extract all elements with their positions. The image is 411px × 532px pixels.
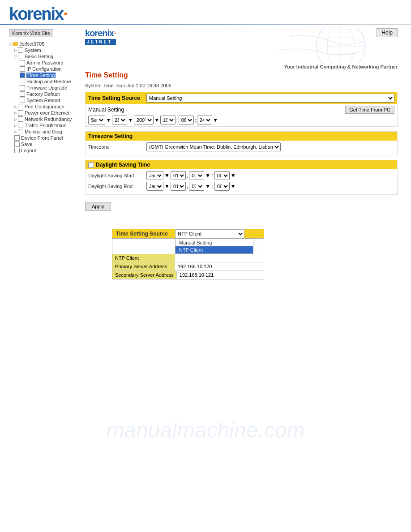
minute-select[interactable]: 06 xyxy=(179,116,194,124)
sidebar-label-time-setting: Time Setting xyxy=(26,73,56,78)
manual-setting-row: Manual Setting Get Time From PC xyxy=(88,106,394,114)
dst-start-hour[interactable]: 00 xyxy=(189,171,204,180)
sidebar-item-time-setting[interactable]: Time Setting xyxy=(20,72,81,78)
expand-icon: ▷ xyxy=(14,48,17,52)
sidebar-item-save[interactable]: Save xyxy=(14,141,81,147)
daylight-checkbox-label[interactable]: Daylight Saving Time xyxy=(88,162,394,168)
sidebar-label-reboot: System Reboot xyxy=(26,98,60,103)
sidebar-item-reboot[interactable]: System Reboot xyxy=(20,97,81,103)
hour-select[interactable]: 16 xyxy=(160,116,176,124)
expand-icon: ▷ xyxy=(14,124,17,128)
ntp-header-row: Time Setting Source NTP Client Manual Se… xyxy=(112,229,264,239)
second-select[interactable]: 24 xyxy=(197,116,212,124)
page-icon xyxy=(14,148,20,153)
ntp-client-value xyxy=(175,254,264,262)
daylight-end-datetime: Jan ▼ 01 , 00 ▼ : 00 ▼ xyxy=(146,182,236,191)
page-icon xyxy=(18,104,23,109)
sidebar-label-basic-setting: Basic Setting xyxy=(25,54,53,59)
colon: , xyxy=(187,183,188,189)
system-time-label: System Time: xyxy=(85,83,115,88)
sidebar-root-label: JetNet3705 xyxy=(19,41,44,47)
dst-start-minute[interactable]: 00 xyxy=(214,171,230,180)
colon: ▼ xyxy=(231,183,236,189)
sidebar-item-ip-configuration[interactable]: IP Configuration xyxy=(20,66,81,72)
dst-start-month[interactable]: Jan xyxy=(146,171,163,180)
page-icon xyxy=(18,54,23,59)
daylight-body: Daylight Saving Start Jan ▼ 01 , 00 ▼ : … xyxy=(86,169,397,194)
page-icon xyxy=(18,116,23,122)
page-icon xyxy=(18,47,23,53)
day-select[interactable]: 28 xyxy=(112,116,127,124)
top-logo-section: korenix· xyxy=(0,0,411,24)
get-time-button[interactable]: Get Time From PC xyxy=(345,106,394,114)
colon6: ▼ xyxy=(213,117,218,123)
time-source-section: Time Setting Source Manual Setting Manua… xyxy=(85,92,398,127)
ntp-area: Time Setting Source NTP Client Manual Se… xyxy=(85,229,398,279)
partner-text: Your Industrial Computing & Networking P… xyxy=(85,64,398,69)
ntp-primary-row: Primary Server Address 192.168.10.120 xyxy=(112,262,264,271)
dst-end-minute[interactable]: 00 xyxy=(214,182,230,191)
sidebar-label-backup: Backup and Restore xyxy=(26,79,71,84)
daylight-end-label: Daylight Saving End xyxy=(88,184,146,189)
expand-icon: ▽ xyxy=(14,55,17,59)
sidebar-label-net-redundancy: Network Redundancy xyxy=(25,116,72,122)
month-select[interactable]: Sep xyxy=(88,116,105,124)
page-icon xyxy=(20,66,25,72)
help-button[interactable]: Help xyxy=(377,28,398,37)
ntp-primary-label: Primary Server Address xyxy=(112,262,175,270)
colon1: ▼ xyxy=(106,117,111,123)
korenix-website-button[interactable]: Korenix Web Site xyxy=(9,29,53,37)
dst-end-day[interactable]: 01 xyxy=(171,182,186,191)
sidebar-label-monitor: Monitor and Diag xyxy=(25,129,62,134)
inner-jetnet-bar: JETNET xyxy=(85,39,116,45)
ntp-option-manual[interactable]: Manual Setting xyxy=(176,239,253,246)
ntp-primary-value: 192.168.10.120 xyxy=(175,262,264,270)
colon: , xyxy=(187,172,188,179)
sidebar-subgroup-basic: Admin Password IP Configuration Time Set… xyxy=(20,60,81,103)
page-title: Time Setting xyxy=(85,71,398,79)
sidebar-item-net-redundancy[interactable]: ▷ Network Redundancy xyxy=(14,116,81,122)
sidebar-item-root[interactable]: ▷ JetNet3705 xyxy=(9,41,81,47)
sidebar-item-poe[interactable]: ▷ Power over Ethernet xyxy=(14,110,81,116)
expand-icon: ▷ xyxy=(14,105,17,109)
sidebar-item-device-front[interactable]: Device Front Panel xyxy=(14,135,81,141)
inner-korenix-logo: korenix· xyxy=(85,28,116,39)
sidebar: Korenix Web Site ▷ JetNet3705 ▷ System ▽… xyxy=(9,25,81,279)
ntp-source-select[interactable]: NTP Client Manual Setting xyxy=(175,229,244,238)
sidebar-group-main: ▷ System ▽ Basic Setting Admin Password … xyxy=(14,47,81,154)
ntp-dropdown-popup: Manual Setting NTP Client xyxy=(175,239,253,254)
timezone-select[interactable]: (GMT) Greenwich Mean Time: Dublin, Edinb… xyxy=(146,142,281,151)
page-icon xyxy=(14,135,20,141)
sidebar-item-traffic[interactable]: ▷ Traffic Prioritization xyxy=(14,122,81,129)
main-layout: Korenix Web Site ▷ JetNet3705 ▷ System ▽… xyxy=(0,25,411,279)
dst-end-month[interactable]: Jan xyxy=(146,182,163,191)
sidebar-item-logout[interactable]: Logout xyxy=(14,147,81,154)
colon3: ▼ xyxy=(154,117,159,123)
dst-end-hour[interactable]: 00 xyxy=(189,182,204,191)
daylight-checkbox[interactable] xyxy=(88,162,94,168)
sidebar-item-basic-setting[interactable]: ▽ Basic Setting xyxy=(14,53,81,60)
sidebar-item-factory[interactable]: Factory Default xyxy=(20,91,81,97)
sidebar-item-monitor[interactable]: ▷ Monitor and Diag xyxy=(14,129,81,135)
apply-button[interactable]: Apply xyxy=(85,202,111,211)
system-time-value: Sun Jan 1 00:16:38 2006 xyxy=(116,83,171,88)
year-select[interactable]: 2007 xyxy=(134,116,154,124)
page-icon-active xyxy=(20,73,25,78)
dst-start-day[interactable]: 01 xyxy=(171,171,186,180)
sidebar-item-firmware[interactable]: Firmware Upgrade xyxy=(20,85,81,91)
sidebar-item-admin-password[interactable]: Admin Password xyxy=(20,60,81,66)
system-time-display: System Time: Sun Jan 1 00:16:38 2006 xyxy=(85,83,398,88)
sidebar-item-backup[interactable]: Backup and Restore xyxy=(20,78,81,85)
ntp-option-ntp[interactable]: NTP Client xyxy=(176,246,253,253)
ntp-secondary-label: Secondary Server Address xyxy=(112,271,177,279)
sidebar-item-port-config[interactable]: ▷ Port Configuration xyxy=(14,103,81,110)
daylight-header-row: Daylight Saving Time xyxy=(86,160,397,169)
time-source-select[interactable]: Manual Setting xyxy=(146,94,394,103)
globe-decoration xyxy=(116,28,377,64)
ntp-header-label: Time Setting Source xyxy=(112,229,175,238)
timezone-row: Timezone (GMT) Greenwich Mean Time: Dubl… xyxy=(88,142,394,151)
page-icon xyxy=(18,129,23,134)
datetime-row: Sep ▼ 28 ▼ 2007 ▼ 16 : xyxy=(88,116,394,124)
sidebar-item-system[interactable]: ▷ System xyxy=(14,47,81,53)
expand-icon: ▷ xyxy=(9,42,12,46)
